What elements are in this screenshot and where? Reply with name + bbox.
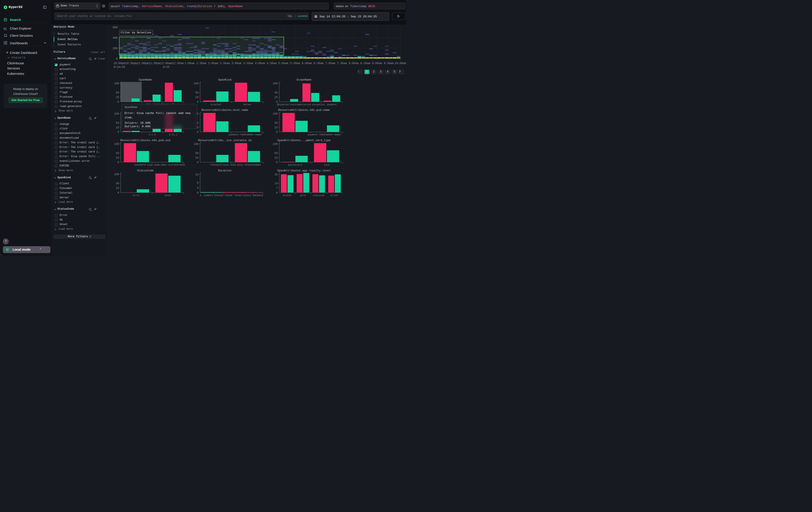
- svg-text:5e02b5fb-13ae-4296-bbbc-111f42: 5e02b5fb-13ae-4296-bbbc-111f423c460d: [135, 164, 185, 166]
- svg-text:Server: Server: [243, 103, 252, 106]
- svg-text:50: 50: [274, 152, 278, 155]
- svg-text:100: 100: [114, 112, 119, 115]
- svg-text:SpanKind: SpanKind: [218, 78, 231, 81]
- svg-text:703098: 703098: [224, 194, 232, 197]
- svg-text:6:30am: 6:30am: [314, 62, 323, 65]
- svg-text:0: 0: [117, 191, 119, 194]
- svg-text:11:00pm: 11:00pm: [137, 62, 149, 65]
- svg-text:4:00am: 4:00am: [255, 62, 265, 65]
- svg-text:0: 0: [116, 57, 118, 60]
- svg-text:0.51.1: 0.51.1: [169, 133, 177, 136]
- svg-text:0: 0: [117, 101, 119, 104]
- svg-text:SpanAttributes...yment.card_ty: SpanAttributes...yment.card_type: [277, 139, 330, 142]
- svg-text:4:30am: 4:30am: [267, 62, 277, 65]
- svg-text:0: 0: [276, 131, 278, 134]
- svg-text:99930810: 99930810: [252, 194, 263, 197]
- svg-text:25: 25: [274, 96, 278, 99]
- svg-text:25: 25: [116, 96, 119, 99]
- svg-text:2:00am: 2:00am: [208, 62, 218, 65]
- svg-text:gold: gold: [300, 194, 306, 197]
- svg-text:100: 100: [273, 143, 278, 146]
- svg-text:100: 100: [114, 143, 119, 146]
- svg-text:0: 0: [276, 161, 278, 164]
- svg-text:7:00am: 7:00am: [325, 62, 335, 65]
- svg-text:50: 50: [116, 91, 119, 95]
- svg-text:50: 50: [274, 122, 278, 125]
- svg-text:payment: payment: [327, 103, 337, 106]
- svg-text:50: 50: [116, 152, 119, 155]
- svg-text:25: 25: [116, 126, 119, 129]
- svg-text:50: 50: [195, 152, 199, 155]
- svg-text:@hyperdx/instrumentation-excep: @hyperdx/instrumentation-exception: [277, 103, 325, 106]
- svg-text:2:30am: 2:30am: [220, 62, 230, 65]
- svg-text:200: 200: [113, 47, 118, 50]
- svg-text:12:00am: 12:00am: [160, 62, 172, 65]
- svg-text:25: 25: [274, 157, 278, 160]
- svg-text:0: 0: [197, 101, 199, 104]
- svg-text:10:00am: 10:00am: [395, 62, 406, 65]
- svg-text:25: 25: [116, 187, 119, 190]
- svg-text:16: 16: [195, 173, 199, 176]
- svg-text:StatusCode: StatusCode: [137, 169, 154, 172]
- svg-text:Internal: Internal: [210, 103, 222, 106]
- svg-text:silver: silver: [330, 194, 339, 197]
- svg-text:0: 0: [200, 194, 201, 197]
- svg-text:payment-7985c8969c-mwmw7: payment-7985c8969c-mwmw7: [229, 133, 262, 136]
- svg-text:100: 100: [114, 82, 119, 85]
- svg-text:25: 25: [274, 126, 278, 129]
- svg-text:759483: 759483: [234, 194, 242, 197]
- svg-text:9:00am: 9:00am: [372, 62, 382, 65]
- svg-text:0: 0: [197, 131, 199, 134]
- svg-text:100: 100: [273, 112, 278, 115]
- svg-text:0: 0: [117, 161, 119, 164]
- svg-text:25: 25: [116, 157, 119, 160]
- svg-text:50: 50: [116, 122, 119, 125]
- svg-text:5:00am: 5:00am: [279, 62, 288, 65]
- svg-text:ResourceAttributes.host.name: ResourceAttributes.host.name: [201, 109, 248, 112]
- svg-text:822013: 822013: [243, 194, 251, 197]
- svg-text:3:30am: 3:30am: [243, 62, 253, 65]
- svg-text:50: 50: [195, 91, 199, 95]
- svg-text:50: 50: [116, 182, 119, 185]
- svg-text:14: 14: [274, 182, 278, 185]
- svg-text:25: 25: [195, 96, 199, 99]
- svg-text:ResourceAttribu..ice.instance.: ResourceAttribu..ice.instance.id: [198, 139, 252, 142]
- svg-text:SpanAttributes.app.loyalty.lev: SpanAttributes.app.loyalty.level: [277, 169, 330, 172]
- svg-text:Error: Error: [133, 194, 140, 197]
- svg-text:3:00am: 3:00am: [231, 62, 241, 65]
- svg-text:visa: visa: [324, 164, 329, 166]
- svg-text:10:00pm: 10:00pm: [113, 62, 125, 65]
- svg-text:mastercard: mastercard: [288, 164, 302, 166]
- svg-text:50: 50: [274, 91, 278, 95]
- svg-text:0: 0: [117, 131, 119, 134]
- svg-text:0: 0: [197, 191, 199, 194]
- svg-text:8: 8: [197, 182, 199, 185]
- svg-text:28: 28: [274, 173, 278, 176]
- svg-text:400: 400: [113, 36, 118, 39]
- svg-text:5:30am: 5:30am: [290, 62, 300, 65]
- svg-text:Duration: Duration: [218, 169, 231, 172]
- svg-text:Unset: Unset: [165, 194, 172, 197]
- svg-text:SpanName: SpanName: [139, 78, 152, 81]
- svg-text:1198813: 1198813: [203, 194, 213, 197]
- svg-text:7:30am: 7:30am: [337, 62, 347, 65]
- svg-text:4: 4: [197, 187, 199, 190]
- svg-text:payment-7985c8969c-mwmw7: payment-7985c8969c-mwmw7: [308, 133, 341, 136]
- svg-text:9/14/25: 9/14/25: [113, 66, 125, 69]
- svg-text:100: 100: [114, 173, 119, 176]
- svg-text:9/15: 9/15: [163, 66, 169, 69]
- svg-text:11:30pm: 11:30pm: [148, 62, 160, 65]
- svg-text:bronze: bronze: [283, 194, 291, 197]
- svg-text:platinum: platinum: [313, 194, 324, 197]
- svg-text:f5344ec9-a1ea-4290-a62a-78f5be: f5344ec9-a1ea-4290-a62a-78f5bee8d90b: [210, 164, 261, 166]
- svg-text:0: 0: [197, 161, 199, 164]
- svg-text:600: 600: [113, 26, 118, 29]
- svg-text:ScopeName: ScopeName: [296, 78, 312, 81]
- svg-text:7: 7: [276, 187, 278, 190]
- svg-text:12:30am: 12:30am: [172, 62, 184, 65]
- svg-text:8:00am: 8:00am: [349, 62, 359, 65]
- svg-text:100: 100: [194, 143, 199, 146]
- svg-text:10:30pm: 10:30pm: [125, 62, 137, 65]
- svg-text:9:30am: 9:30am: [384, 62, 394, 65]
- svg-text:100: 100: [273, 82, 278, 85]
